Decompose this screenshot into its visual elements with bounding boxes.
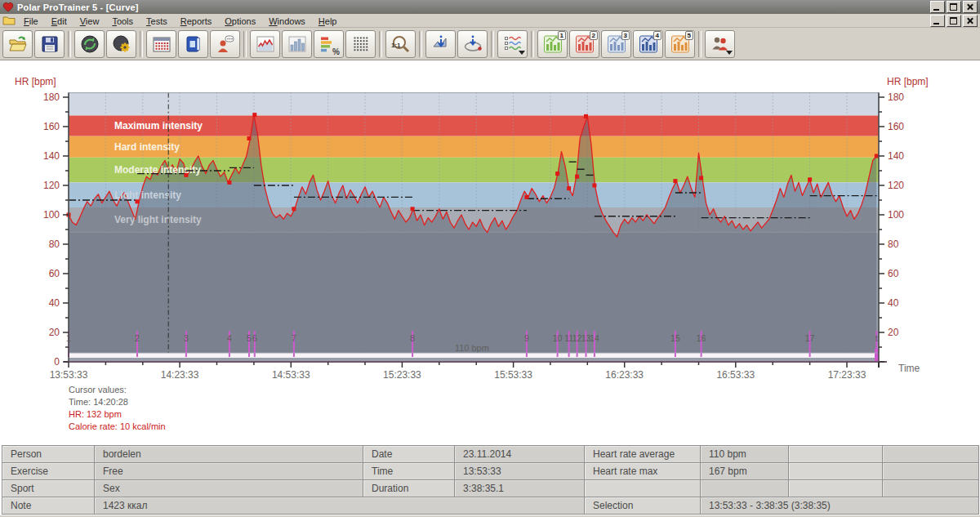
table-label-note: Note (2, 497, 95, 515)
menu-item-edit[interactable]: Edit (45, 16, 74, 27)
svg-text:Time: Time (898, 363, 920, 374)
svg-text:0: 0 (54, 356, 60, 368)
toolbar-separator (419, 31, 422, 57)
svg-text:HR [bpm]: HR [bpm] (887, 76, 929, 87)
svg-text:80: 80 (49, 238, 60, 250)
toolbar-button-select-curves[interactable] (497, 30, 528, 58)
toolbar-button-view-2[interactable]: 2 (569, 30, 599, 58)
svg-text:120: 120 (43, 180, 60, 191)
table-cell-empty (883, 480, 979, 497)
table-row: SportSexDuration3:38:35.1 (2, 480, 979, 497)
svg-text:40: 40 (49, 297, 60, 309)
svg-text:Maximum intensity: Maximum intensity (114, 120, 203, 131)
restore-button[interactable] (947, 1, 961, 13)
menu-item-options[interactable]: Options (218, 16, 262, 27)
toolbar-separator (140, 31, 143, 57)
svg-text:140: 140 (43, 150, 60, 162)
menu-item-view[interactable]: View (74, 16, 106, 27)
toolbar-button-open[interactable] (2, 30, 33, 58)
table-value-time: 13:53:33 (455, 463, 585, 480)
table-value-person: bordelen (95, 446, 363, 463)
menu-item-reports[interactable]: Reports (174, 16, 219, 27)
toolbar-button-person-notes[interactable] (210, 30, 240, 58)
svg-text:HR [bpm]: HR [bpm] (15, 76, 56, 87)
svg-text:15:23:33: 15:23:33 (383, 369, 421, 381)
svg-text:15:53:33: 15:53:33 (494, 369, 532, 381)
toolbar-button-compare-persons[interactable] (705, 30, 735, 58)
toolbar-separator (243, 31, 247, 57)
cursor-values: Cursor values: Time: 14:20:28 HR: 132 bp… (69, 384, 166, 433)
cursor-hr: HR: 132 bpm (69, 408, 166, 421)
toolbar-button-data-grid[interactable] (345, 30, 376, 58)
table-label-person: Person (2, 446, 95, 463)
curve-view: Maximum intensityHard intensityModerate … (0, 60, 980, 445)
svg-text:40: 40 (888, 297, 899, 309)
toolbar-button-diary[interactable] (178, 30, 208, 58)
table-cell-empty (789, 480, 883, 497)
minimize-button[interactable] (930, 1, 945, 13)
close-button[interactable] (963, 1, 978, 13)
table-value-heart-rate-average: 110 bpm (701, 446, 789, 463)
svg-text:Hard intensity: Hard intensity (114, 141, 180, 153)
toolbar-button-zone-percent[interactable]: % (314, 30, 344, 58)
menu-item-tools[interactable]: Tools (105, 16, 140, 27)
toolbar-button-calendar[interactable] (146, 30, 176, 58)
svg-text:16:53:33: 16:53:33 (716, 369, 755, 381)
toolbar-button-info-around[interactable] (457, 30, 488, 58)
svg-text:16: 16 (697, 333, 706, 343)
toolbar-button-save[interactable] (34, 30, 65, 58)
chevron-down-icon (726, 51, 733, 55)
svg-text:6: 6 (252, 333, 257, 343)
table-value-note: 1423 ккал (95, 497, 585, 515)
table-cell-empty (789, 463, 883, 480)
svg-text:14:23:33: 14:23:33 (161, 369, 199, 381)
cursor-time: Time: 14:20:28 (69, 396, 166, 408)
menu-item-tests[interactable]: Tests (140, 16, 174, 27)
svg-text:180: 180 (43, 91, 60, 103)
toolbar-button-zoom-1-1[interactable]: 1:1 (385, 30, 416, 58)
exercise-info-table: PersonbordelenDate23.11.2014Heart rate a… (2, 445, 979, 515)
cursor-calorie-rate: Calorie rate: 10 kcal/min (69, 421, 166, 433)
child-minimize-button[interactable] (930, 15, 945, 27)
svg-text:Light intensity: Light intensity (114, 189, 181, 201)
svg-text:17: 17 (805, 333, 815, 343)
menu-item-windows[interactable]: Windows (262, 16, 312, 27)
child-close-button[interactable] (963, 15, 978, 27)
svg-text:13:53:33: 13:53:33 (50, 369, 88, 381)
svg-text:14:53:33: 14:53:33 (272, 369, 310, 381)
table-row: PersonbordelenDate23.11.2014Heart rate a… (2, 446, 979, 463)
table-value-selection: 13:53:33 - 3:38:35 (3:38:35) (701, 497, 979, 515)
menu-bar: FileEditViewToolsTestsReportsOptionsWind… (0, 14, 980, 28)
menu-item-file[interactable]: File (17, 16, 45, 27)
toolbar-badge-view-3: 3 (621, 31, 630, 40)
menu-item-help[interactable]: Help (312, 16, 344, 27)
cursor-values-header: Cursor values: (69, 384, 166, 396)
title-bar: Polar ProTrainer 5 - [Curve] (0, 0, 980, 14)
svg-text:2: 2 (135, 333, 140, 343)
toolbar-button-transfer-settings[interactable] (106, 30, 136, 58)
toolbar-separator (379, 31, 382, 57)
table-label-heart-rate-max: Heart rate max (585, 463, 701, 480)
table-cell-empty (701, 480, 789, 497)
table-value-sport: Sex (95, 480, 363, 497)
svg-text:14: 14 (590, 333, 599, 343)
svg-text:4: 4 (227, 333, 232, 343)
child-restore-button[interactable] (947, 15, 961, 27)
svg-text:140: 140 (888, 150, 904, 162)
toolbar-button-transfer[interactable] (74, 30, 105, 58)
toolbar-button-view-5[interactable]: 5 (665, 30, 695, 58)
svg-text:60: 60 (49, 268, 60, 279)
svg-text:180: 180 (888, 91, 904, 103)
svg-text:100: 100 (888, 209, 904, 221)
svg-text:3: 3 (184, 333, 189, 343)
svg-text:16:23:33: 16:23:33 (605, 369, 644, 381)
toolbar-button-view-1[interactable]: 1 (537, 30, 568, 58)
toolbar-button-info-below[interactable] (425, 30, 456, 58)
toolbar-button-view-4[interactable]: 4 (633, 30, 663, 58)
toolbar-button-curve[interactable] (250, 30, 280, 58)
toolbar-badge-view-1: 1 (558, 31, 566, 40)
toolbar-button-view-3[interactable]: 3 (601, 30, 631, 58)
toolbar-button-bar-chart[interactable] (282, 30, 312, 58)
svg-text:110 bpm: 110 bpm (455, 343, 489, 353)
table-cell-empty (883, 446, 979, 463)
